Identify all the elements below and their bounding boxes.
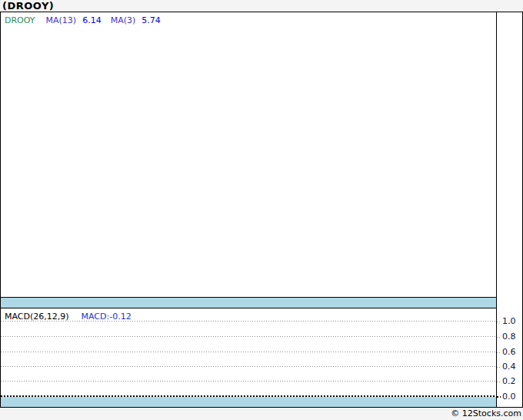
tick-mark bbox=[497, 322, 501, 322]
axis-tick-label: 0.8 bbox=[502, 332, 516, 342]
ma13-value: 6.14 bbox=[82, 15, 102, 25]
gridline-0-2 bbox=[1, 381, 497, 382]
ma3-label: MA(3) bbox=[111, 15, 136, 25]
axis-tick: 0.6 bbox=[497, 347, 522, 358]
tick-mark bbox=[497, 396, 501, 398]
axis-tick-label: 0.2 bbox=[502, 376, 516, 387]
axis-tick-label: 0.0 bbox=[502, 392, 516, 402]
tick-mark bbox=[497, 352, 501, 353]
axis-tick: 0.2 bbox=[497, 376, 522, 387]
macd-params-label: MACD(26,12,9) bbox=[5, 312, 69, 322]
axis-tick-label: 0.4 bbox=[502, 362, 516, 372]
credit-text: © 12Stocks.com bbox=[451, 408, 521, 418]
ma3-value: 5.74 bbox=[142, 15, 161, 25]
tick-mark bbox=[497, 337, 501, 338]
axis-tick: 0.8 bbox=[497, 332, 522, 342]
ticker-label: DROOY bbox=[5, 15, 35, 25]
page-title: (DROOY) bbox=[2, 0, 54, 12]
macd-y-axis: 1.0 0.8 0.6 0.4 0.2 0.0 bbox=[496, 12, 523, 408]
axis-tick: 1.0 bbox=[497, 316, 522, 327]
tick-mark bbox=[497, 367, 501, 368]
macd-bottom-band bbox=[1, 397, 497, 407]
price-chart-panel: DROOY MA(13) 6.14 MA(3) 5.74 bbox=[0, 12, 497, 308]
gridline-0-4 bbox=[1, 366, 497, 367]
macd-panel: MACD(26,12,9) MACD:-0.12 bbox=[0, 308, 497, 408]
axis-tick: 0.4 bbox=[497, 362, 522, 372]
axis-tick-label: 1.0 bbox=[502, 316, 516, 327]
stock-chart-page: (DROOY) DROOY MA(13) 6.14 MA(3) 5.74 MAC… bbox=[0, 0, 523, 420]
price-chart-legend: DROOY MA(13) 6.14 MA(3) 5.74 bbox=[5, 15, 170, 25]
price-bottom-band bbox=[1, 297, 497, 308]
macd-legend: MACD(26,12,9) MACD:-0.12 bbox=[5, 312, 132, 322]
axis-tick: 0.0 bbox=[497, 392, 522, 402]
tick-mark bbox=[497, 382, 501, 382]
axis-tick-label: 0.6 bbox=[502, 347, 516, 358]
ma13-label: MA(13) bbox=[46, 15, 77, 25]
macd-value: MACD:-0.12 bbox=[82, 312, 132, 322]
gridline-0-8 bbox=[1, 336, 497, 337]
footer: © 12Stocks.com bbox=[0, 408, 521, 420]
gridline-0-6 bbox=[1, 352, 497, 352]
